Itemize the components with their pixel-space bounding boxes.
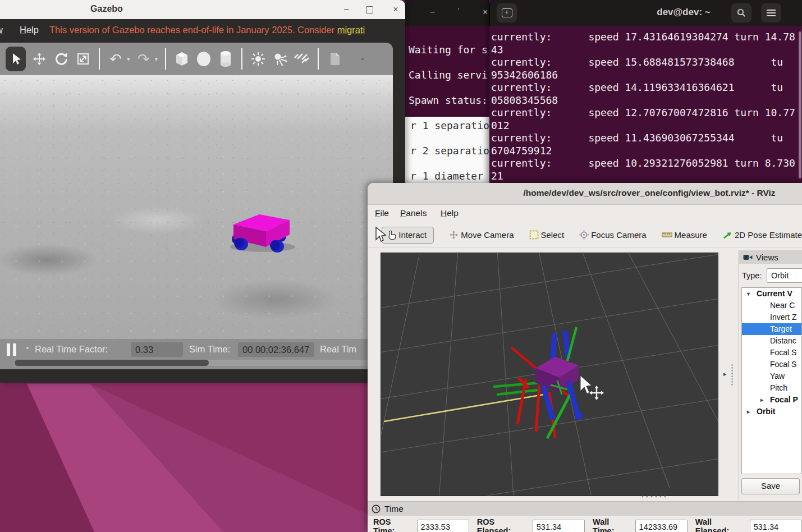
rviz-3d-viewport[interactable]	[381, 253, 718, 496]
tree-row-invert-z[interactable]: Invert Z	[742, 311, 801, 323]
tree-row-near-clip[interactable]: Near C	[742, 300, 801, 311]
terminal-output-line: currently: speed 15.688481573738468 tu	[491, 56, 802, 69]
rviz-titlebar[interactable]: /home/dev/dev_ws/src/rover_one/config/vi…	[368, 183, 802, 205]
gazebo-titlebar[interactable]: Gazebo − ×	[0, 0, 405, 19]
select-arrow-icon	[9, 52, 22, 66]
redo-button[interactable]: ↷	[135, 49, 152, 68]
translate-tool-button[interactable]	[31, 49, 48, 68]
wall-time-label: Wall Time:	[593, 517, 632, 532]
light-window[interactable]: r 1 separatio r 2 separatio r 1 diameter	[398, 117, 489, 183]
sim-time-value[interactable]: 00 00:02:36.647	[238, 342, 314, 357]
ros-time-label: ROS Time:	[373, 517, 414, 532]
ros-elapsed-value[interactable]: 531.34	[533, 520, 585, 532]
tree-row-pitch[interactable]: Pitch	[742, 382, 801, 394]
tree-row-distance[interactable]: Distanc	[742, 335, 801, 347]
terminal-output[interactable]: currently: speed 17.43164619304274 turn …	[489, 26, 802, 183]
ros-time-value[interactable]: 2333.53	[417, 520, 469, 532]
rover-model[interactable]	[224, 211, 300, 255]
insert-box-button[interactable]	[173, 49, 190, 68]
terminal-output-line: 95342606186	[491, 69, 802, 82]
tool-label: Move Camera	[461, 230, 514, 240]
output-line: r 2 separatio	[410, 145, 489, 157]
views-panel-collapse-handle[interactable]: ▸	[723, 363, 736, 387]
view-type-select[interactable]: Orbit	[767, 268, 802, 283]
close-icon[interactable]: ×	[483, 7, 488, 17]
wall-elapsed-value[interactable]: 531.34	[750, 520, 802, 532]
directional-light-button[interactable]	[294, 49, 310, 68]
maximize-icon[interactable]	[366, 6, 373, 13]
pause-button[interactable]	[7, 343, 19, 356]
drag-dots-icon	[731, 364, 734, 386]
hand-pointer-icon	[387, 230, 396, 240]
select-tool-button[interactable]	[6, 47, 26, 71]
camera-icon	[743, 254, 753, 261]
gazebo-scrollbar[interactable]	[13, 360, 379, 366]
close-icon[interactable]: ×	[389, 4, 402, 15]
select-tool-button[interactable]: Select	[529, 230, 565, 240]
minimize-icon[interactable]: −	[340, 4, 352, 15]
time-panel-header[interactable]: Time	[368, 501, 802, 516]
interact-tool-button[interactable]: Interact	[382, 227, 434, 244]
point-light-icon	[250, 51, 266, 67]
save-button[interactable]: Save	[741, 478, 800, 494]
gazebo-3d-viewport[interactable]	[0, 75, 393, 339]
sim-time-label: Sim Time:	[189, 344, 230, 355]
tree-row-focal-shape[interactable]: Focal S	[742, 347, 801, 359]
insert-sphere-button[interactable]	[195, 49, 212, 68]
scale-icon	[76, 52, 90, 66]
pose-estimate-tool-button[interactable]: 2D Pose Estimate	[722, 230, 802, 240]
menu-item-help[interactable]: Help	[20, 25, 39, 35]
migration-link[interactable]: migrati	[337, 25, 365, 35]
terminal-window[interactable]: + dev@dev: ~ currently: speed 17.4316461…	[489, 0, 802, 183]
desktop-screen: − × Waiting for s Calling servi Spawn st…	[0, 0, 802, 532]
maximize-icon[interactable]	[458, 8, 459, 10]
tree-row-focal-point[interactable]: ▸Focal P	[742, 394, 801, 406]
rtf-value[interactable]: 0.33	[131, 342, 183, 357]
menu-item-window-fragment[interactable]: w	[0, 25, 3, 35]
search-button[interactable]	[731, 3, 751, 22]
focus-camera-tool-button[interactable]: Focus Camera	[579, 230, 646, 240]
gazebo-menubar: w Help This version of Gazebo reaches en…	[0, 19, 405, 43]
mouse-cursor-icon	[374, 226, 387, 242]
tool-label: Focus Camera	[591, 230, 646, 240]
ruler-icon	[662, 231, 672, 239]
menu-item-help[interactable]: Help	[441, 208, 459, 218]
tree-row-target-selected[interactable]: Target	[742, 323, 801, 335]
tree-row-current-view[interactable]: ▾Current V	[742, 288, 801, 300]
scale-tool-button[interactable]	[75, 49, 91, 68]
paste-button[interactable]	[326, 49, 343, 68]
rotate-tool-button[interactable]	[53, 49, 70, 68]
hamburger-menu-icon	[767, 9, 776, 17]
point-light-button[interactable]	[250, 49, 267, 68]
measure-tool-button[interactable]: Measure	[662, 230, 707, 240]
spot-light-button[interactable]	[272, 49, 288, 68]
terminal-titlebar[interactable]: + dev@dev: ~	[489, 0, 802, 26]
terminal-title: dev@dev: ~	[619, 7, 748, 18]
wall-time-value[interactable]: 142333.69	[635, 520, 688, 532]
toolbar-divider	[165, 48, 166, 70]
terminal-scrollbar[interactable]	[799, 31, 801, 178]
terminal-output-line: currently: speed 10.29321276052981 turn …	[491, 157, 802, 170]
tree-row-yaw[interactable]: Yaw	[742, 370, 801, 382]
minimize-icon[interactable]: −	[430, 7, 435, 17]
menu-item-panels[interactable]: Panels	[400, 208, 427, 218]
menu-button[interactable]	[761, 3, 781, 22]
tree-row-orbit[interactable]: ▸Orbit	[742, 406, 801, 418]
tree-row-focal-shape-size[interactable]: Focal S	[742, 359, 801, 370]
new-tab-button[interactable]: +	[497, 3, 517, 22]
panel-splitter-handle[interactable]	[640, 495, 666, 498]
move-camera-tool-button[interactable]: Move Camera	[449, 230, 514, 240]
menu-item-file[interactable]: File	[375, 208, 389, 218]
views-panel-header[interactable]: Views	[739, 250, 802, 264]
undo-button[interactable]: ↶	[107, 49, 124, 68]
rviz-toolbar: Interact Move Camera Select Focus Camera…	[368, 223, 802, 247]
output-line: r 1 separatio	[410, 120, 489, 132]
gazebo-scrollbar-thumb[interactable]	[15, 360, 209, 366]
insert-cylinder-button[interactable]	[217, 49, 234, 68]
redo-dropdown-icon[interactable]: ▾	[155, 56, 158, 63]
undo-dropdown-icon[interactable]: ▾	[127, 56, 130, 63]
output-line: r 1 diameter	[410, 170, 483, 182]
terminal-output-line: 012	[491, 120, 802, 132]
document-icon	[327, 51, 342, 67]
rviz-3d-scene	[381, 253, 718, 496]
